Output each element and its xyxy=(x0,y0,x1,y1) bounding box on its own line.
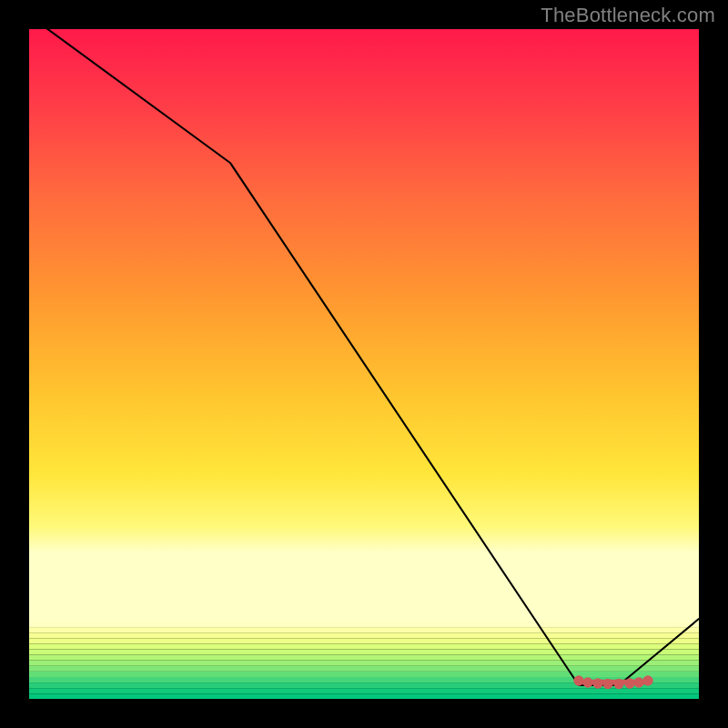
svg-point-15 xyxy=(574,676,583,685)
svg-point-21 xyxy=(634,678,643,687)
svg-point-16 xyxy=(583,678,592,687)
svg-point-20 xyxy=(625,679,634,688)
curve-line xyxy=(29,29,699,685)
chart-overlay xyxy=(29,29,699,699)
svg-point-17 xyxy=(593,679,602,688)
plot-area xyxy=(29,29,699,699)
svg-point-19 xyxy=(614,679,623,688)
svg-point-18 xyxy=(603,679,612,688)
svg-point-22 xyxy=(643,676,652,685)
attribution-label: TheBottleneck.com xyxy=(541,4,715,27)
marker-region xyxy=(574,676,652,689)
chart-stage: TheBottleneck.com xyxy=(0,0,728,728)
